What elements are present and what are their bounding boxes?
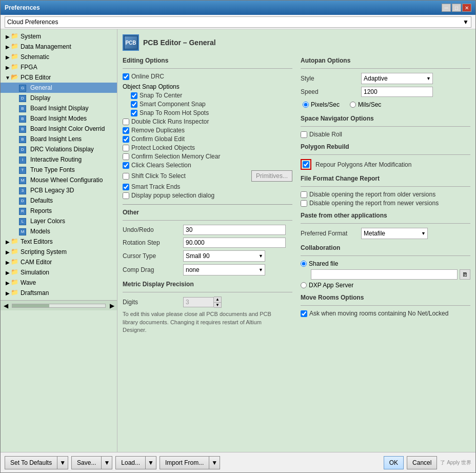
- sidebar-item-scripting-system[interactable]: ▶ 📁 Scripting System: [1, 247, 117, 257]
- save-group: Save... ▼: [71, 456, 112, 469]
- sidebar-item-board-insight-modes[interactable]: B Board Insight Modes: [1, 113, 117, 124]
- sidebar-item-system[interactable]: ▶ 📁 System: [1, 31, 117, 42]
- smart-component-snap-label: Smart Component Snap: [140, 101, 206, 108]
- preferred-format-select[interactable]: Metafile: [361, 228, 428, 239]
- shared-file-radio[interactable]: [301, 261, 307, 267]
- scroll-left-btn[interactable]: ◀: [1, 302, 11, 309]
- sidebar-item-simulation[interactable]: ▶ 📁 Simulation: [1, 267, 117, 278]
- file-format-section: File Format Change Report Disable openin…: [301, 175, 470, 207]
- sidebar-item-schematic[interactable]: ▶ 📁 Schematic: [1, 52, 117, 62]
- autopan-style-label: Style: [301, 75, 357, 82]
- divider: [123, 220, 292, 221]
- confirm-selection-label: Confirm Selection Memory Clear: [131, 153, 220, 160]
- scroll-track[interactable]: [12, 304, 106, 308]
- sidebar-item-drc-violations[interactable]: D DRC Violations Display: [1, 144, 117, 154]
- arrow-icon: ▶: [5, 249, 11, 255]
- digits-input[interactable]: [183, 297, 214, 307]
- ask-when-moving-checkbox[interactable]: [301, 310, 307, 317]
- shift-click-checkbox[interactable]: [123, 173, 129, 180]
- import-from-button[interactable]: Import From...: [160, 456, 209, 469]
- close-button[interactable]: ✕: [462, 4, 471, 12]
- sidebar-item-mouse-wheel[interactable]: M Mouse Wheel Configuratio: [1, 175, 117, 185]
- sidebar-item-true-type-fonts[interactable]: T True Type Fonts: [1, 165, 117, 175]
- cursor-type-select[interactable]: Small 90: [183, 250, 265, 262]
- import-from-arrow-button[interactable]: ▼: [209, 456, 220, 469]
- comp-drag-select[interactable]: none: [183, 264, 265, 275]
- disable-roll-checkbox[interactable]: [301, 131, 307, 138]
- sidebar-item-label: Board Insight Modes: [30, 115, 87, 122]
- sidebar-item-wave[interactable]: ▶ 📁 Wave: [1, 278, 117, 288]
- collaboration-section: Collaboration Shared file 🖹 DXP Ap: [301, 244, 470, 289]
- protect-locked-checkbox[interactable]: [123, 145, 129, 151]
- load-arrow-button[interactable]: ▼: [146, 456, 156, 469]
- sidebar-item-defaults[interactable]: D Defaults: [1, 195, 117, 206]
- mils-sec-radio[interactable]: [350, 102, 356, 108]
- ok-button[interactable]: OK: [384, 456, 404, 469]
- sidebar-item-pcb-legacy-3d[interactable]: 3 PCB Legacy 3D: [1, 185, 117, 195]
- set-defaults-arrow-button[interactable]: ▼: [57, 456, 68, 469]
- collab-path-input[interactable]: [311, 269, 458, 280]
- cloud-dropdown-arrow: ▼: [463, 18, 469, 26]
- load-button[interactable]: Load...: [115, 456, 146, 469]
- smart-component-snap-checkbox[interactable]: [131, 101, 137, 108]
- sidebar-item-models[interactable]: M Models: [1, 226, 117, 236]
- sidebar-item-data-management[interactable]: ▶ 📁 Data Management: [1, 42, 117, 52]
- online-drc-checkbox[interactable]: [123, 73, 129, 80]
- sidebar-item-board-insight-color-override[interactable]: B Board Insight Color Overrid: [1, 124, 117, 134]
- sidebar-item-pcb-editor[interactable]: ▼ 📂 PCB Editor: [1, 72, 117, 83]
- divider: [301, 186, 470, 187]
- undo-redo-input[interactable]: [183, 225, 286, 235]
- save-arrow-button[interactable]: ▼: [102, 456, 112, 469]
- shift-click-row: Shift Click To Select Primitives...: [123, 170, 292, 182]
- sidebar-item-display[interactable]: D Display: [1, 93, 117, 103]
- display-popup-checkbox[interactable]: [123, 192, 129, 199]
- confirm-selection-checkbox[interactable]: [123, 153, 129, 160]
- disable-newer-checkbox[interactable]: [301, 200, 307, 207]
- confirm-global-edit-checkbox[interactable]: [123, 136, 129, 143]
- sidebar-item-reports[interactable]: R Reports: [1, 206, 117, 216]
- cloud-preferences-dropdown[interactable]: Cloud Preferences ▼: [5, 16, 471, 28]
- maximize-button[interactable]: □: [452, 4, 461, 12]
- disable-older-checkbox[interactable]: [301, 191, 307, 198]
- scroll-right-btn[interactable]: ▶: [107, 302, 117, 309]
- cloud-dropdown-label: Cloud Preferences: [7, 18, 58, 26]
- folder-icon: 📁: [11, 248, 19, 256]
- save-button[interactable]: Save...: [71, 456, 102, 469]
- click-clears-checkbox[interactable]: [123, 162, 129, 169]
- pcb-icon: 3: [19, 186, 27, 194]
- snap-to-room-checkbox[interactable]: [131, 110, 137, 116]
- folder-icon: 📁: [11, 43, 19, 51]
- sidebar-item-cam-editor[interactable]: ▶ 📁 CAM Editor: [1, 257, 117, 267]
- minimize-button[interactable]: ─: [442, 4, 451, 12]
- cancel-button[interactable]: Cancel: [407, 456, 437, 469]
- sidebar-item-board-insight-display[interactable]: B Board Insight Display: [1, 103, 117, 113]
- repour-checkbox[interactable]: [303, 161, 309, 168]
- dxp-app-server-radio[interactable]: [301, 282, 307, 288]
- pcb-icon: M: [19, 176, 27, 184]
- primitives-button[interactable]: Primitives...: [251, 170, 292, 182]
- sidebar-item-layer-colors[interactable]: L Layer Colors: [1, 216, 117, 226]
- disable-roll-label: Disable Roll: [309, 131, 342, 138]
- smart-track-ends-checkbox[interactable]: [123, 184, 129, 190]
- sidebar-item-text-editors[interactable]: ▶ 📁 Text Editors: [1, 236, 117, 247]
- sidebar-item-board-insight-lens[interactable]: B Board Insight Lens: [1, 134, 117, 144]
- other-section: Other Undo/Redo Rotation Step Cursor Typ…: [123, 204, 292, 275]
- sidebar-item-fpga[interactable]: ▶ 📁 FPGA: [1, 62, 117, 72]
- sidebar-item-label: Defaults: [30, 197, 53, 204]
- digits-up-button[interactable]: ▲: [214, 297, 221, 303]
- autopan-style-select[interactable]: Adaptive: [361, 73, 433, 84]
- sidebar-item-interactive-routing[interactable]: I Interactive Routing: [1, 154, 117, 165]
- rotation-step-input[interactable]: [183, 238, 286, 248]
- sidebar-item-draftsman[interactable]: ▶ 📁 Draftsman: [1, 288, 117, 298]
- autopan-speed-input[interactable]: [361, 87, 433, 97]
- digits-down-button[interactable]: ▼: [214, 303, 221, 308]
- sidebar-scrollbar[interactable]: ◀ ▶: [1, 300, 117, 310]
- disable-newer-row: Disable opening the report from newer ve…: [301, 200, 470, 207]
- double-click-checkbox[interactable]: [123, 119, 129, 125]
- set-defaults-button[interactable]: Set To Defaults: [5, 456, 57, 469]
- collab-browse-button[interactable]: 🖹: [460, 269, 470, 280]
- snap-to-center-checkbox[interactable]: [131, 92, 137, 99]
- sidebar-item-general[interactable]: G General: [1, 83, 117, 93]
- remove-duplicates-checkbox[interactable]: [123, 127, 129, 134]
- pixels-sec-radio[interactable]: [303, 102, 309, 108]
